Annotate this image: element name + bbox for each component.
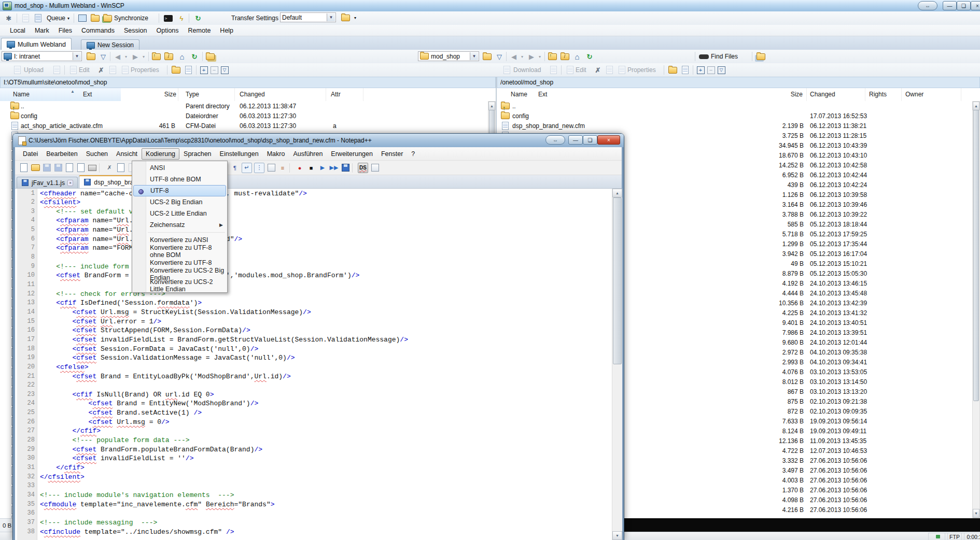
indent-guide-icon[interactable]: ⋮ [254, 163, 264, 173]
right-new-file-button[interactable] [679, 65, 691, 75]
right-filter2-button[interactable]: ▽ [717, 65, 726, 75]
word-wrap-icon[interactable]: ↵ [242, 163, 252, 173]
left-collapse-button[interactable]: − [209, 65, 219, 75]
right-forward-button[interactable]: ▶ [526, 51, 537, 62]
left-header-type[interactable]: Type [186, 91, 199, 98]
window-switch-button[interactable]: ⇔ [545, 135, 565, 145]
menu-item-suchen[interactable]: Suchen [82, 148, 112, 160]
minimize-button[interactable]: — [568, 135, 583, 145]
left-header-changed[interactable]: Changed [240, 91, 265, 98]
file-row[interactable]: ↑..Parent directory06.12.2013 11:38:47 [0, 101, 488, 111]
left-header-attr[interactable]: Attr [331, 91, 341, 98]
play-macro-icon[interactable]: ▶ [318, 163, 327, 173]
queue-button[interactable]: Queue▾ [45, 13, 72, 23]
right-rename-button[interactable] [604, 65, 615, 75]
file-row[interactable]: dsp_shop_brand_new.cfm2.139 B06.12.2013 … [497, 121, 972, 131]
left-properties-button[interactable]: Properties [131, 65, 165, 75]
right-filter-button[interactable]: ▽ [494, 51, 505, 62]
left-new-file-button[interactable] [183, 65, 194, 75]
left-home-dir-button[interactable]: ⌂ [176, 51, 188, 62]
encoding-item-ucs-2-big-endian[interactable]: UCS-2 Big Endian [132, 196, 227, 208]
synchronize-icon-button[interactable] [102, 13, 113, 23]
synchronize-button[interactable]: Synchronize [114, 13, 158, 23]
right-expand-button[interactable]: + [696, 65, 705, 75]
file-row[interactable]: act_shop_article_activate.cfm461 BCFM-Da… [0, 121, 488, 131]
preferences-button[interactable]: ✱ [3, 13, 15, 23]
right-header-name[interactable]: Name [511, 91, 527, 98]
menu-item-options[interactable]: Options [151, 26, 183, 35]
left-header-name[interactable]: Name [13, 91, 30, 98]
winscp-titlebar[interactable]: mod_shop - Mullum Webland - WinSCP ⇔ — ❏… [0, 0, 980, 12]
right-header-size[interactable]: Size [761, 91, 803, 98]
encoding-item-konvertiere-zu-ucs-2-little-endian[interactable]: Konvertiere zu UCS-2 Little Endian [132, 280, 227, 291]
menu-item-datei[interactable]: Datei [19, 148, 42, 160]
menu-item-local[interactable]: Local [5, 26, 30, 35]
console-button[interactable]: > [162, 13, 174, 23]
upload-icon-button[interactable] [11, 65, 23, 75]
download-button[interactable]: Download [513, 65, 548, 75]
commands-button[interactable]: ϟ [175, 13, 188, 23]
remote-list-scrollbar[interactable]: ▲ ▼ [972, 101, 980, 518]
left-expand-button[interactable]: + [199, 65, 208, 75]
open-folder-icon[interactable] [31, 163, 40, 173]
close-icon[interactable] [65, 163, 74, 173]
right-properties-button[interactable]: Properties [627, 65, 662, 75]
code-editor[interactable]: 1<cfheader name="cache-control" value="n… [15, 189, 612, 540]
menu-item-help[interactable]: Help [215, 26, 238, 35]
chevron-down-icon[interactable]: ▼ [73, 52, 81, 60]
scrollbar-thumb[interactable] [973, 110, 979, 401]
right-open-dir-button[interactable] [481, 51, 493, 62]
chevron-down-icon[interactable]: ▼ [327, 13, 335, 21]
menu-item-kodierung[interactable]: Kodierung [142, 148, 179, 160]
right-edit-button[interactable]: Edit [576, 65, 592, 75]
left-tree-button[interactable] [204, 51, 216, 62]
minimize-button[interactable]: — [943, 1, 957, 10]
tab-close-icon[interactable]: × [67, 180, 73, 186]
maximize-button[interactable]: ❏ [957, 1, 971, 10]
right-back-dropdown[interactable]: ▾ [520, 51, 525, 62]
close-button[interactable]: × [971, 1, 980, 10]
file-row[interactable]: config17.07.2013 16:52:53 [497, 111, 972, 121]
left-parent-dir-button[interactable]: ↑ [150, 51, 162, 62]
file-row[interactable]: configDateiordner06.03.2013 11:27:30 [0, 111, 488, 121]
window-switch-button[interactable]: ⇔ [918, 1, 937, 10]
transfer-settings-preset-button[interactable] [339, 12, 352, 23]
doc-switcher-icon[interactable] [370, 163, 380, 173]
transfer-settings-dropdown[interactable]: ▾ [352, 12, 359, 23]
menu-item-commands[interactable]: Commands [77, 26, 119, 35]
left-rename-button[interactable] [107, 65, 118, 75]
left-properties-icon-button[interactable] [119, 65, 131, 75]
right-header-ext[interactable]: Ext [538, 91, 547, 98]
encoding-item-ucs-2-little-endian[interactable]: UCS-2 Little Endian [132, 208, 227, 219]
left-back-dropdown[interactable]: ▾ [123, 51, 129, 62]
right-header-changed[interactable]: Changed [810, 91, 835, 98]
queue-doc-button[interactable] [20, 13, 31, 23]
left-delete-button[interactable]: ✗ [96, 65, 106, 75]
left-root-dir-button[interactable]: / [163, 51, 174, 62]
download-alt-button[interactable] [548, 65, 559, 75]
scroll-up-icon[interactable]: ▲ [973, 102, 979, 110]
editor-tab-1[interactable]: jFav_v1.1.js× [17, 177, 78, 188]
copy-icon[interactable] [116, 163, 125, 173]
right-forward-dropdown[interactable]: ▾ [537, 51, 542, 62]
encoding-item-zeichensatz[interactable]: Zeichensatz▶ [132, 219, 227, 231]
right-back-button[interactable]: ◀ [508, 51, 520, 62]
local-path-bar[interactable]: I:\OT5\mullum\site\onetool\mod_shop [0, 77, 496, 88]
remote-dir-combo[interactable]: mod_shop ▼ [418, 51, 479, 61]
encoding-item-utf-8-ohne-bom[interactable]: UTF-8 ohne BOM [132, 174, 227, 185]
menu-item-ausfhren[interactable]: Ausführen [289, 148, 327, 160]
left-header-ext[interactable]: Ext [83, 91, 92, 98]
right-properties-icon-button[interactable] [616, 65, 627, 75]
upload-alt-button[interactable] [51, 65, 62, 75]
encoding-item-ansi[interactable]: ANSI [132, 162, 227, 174]
function-list-icon[interactable]: ≡ [278, 163, 287, 173]
menu-item-fenster[interactable]: Fenster [377, 148, 407, 160]
sync-browsing-button[interactable] [89, 13, 101, 23]
menu-item-bearbeiten[interactable]: Bearbeiten [42, 148, 81, 160]
transfer-settings-combo[interactable]: Default ▼ [280, 12, 336, 22]
left-refresh-button[interactable]: ↻ [189, 51, 200, 62]
right-header-owner[interactable]: Owner [905, 91, 923, 98]
session-tab-2[interactable]: New Session [81, 39, 139, 50]
menu-item-erweiterungen[interactable]: Erweiterungen [327, 148, 377, 160]
refresh-remote-button[interactable]: ↻ [192, 13, 204, 23]
